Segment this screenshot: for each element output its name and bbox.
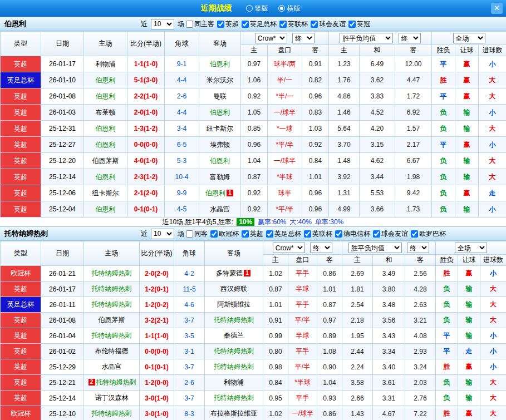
- filter-label: 欧冠杯: [219, 229, 239, 239]
- score: 5-1(3-0): [127, 72, 165, 88]
- filter-欧冠杯[interactable]: 欧冠杯: [210, 229, 239, 239]
- filter-英联杯[interactable]: 英联杯: [279, 19, 308, 29]
- league-badge: 英超: [1, 344, 41, 359]
- filter-checkbox[interactable]: [186, 230, 193, 238]
- radio-vertical[interactable]: 竖版: [246, 4, 268, 13]
- final-average-select[interactable]: 终: [399, 33, 421, 43]
- team-name[interactable]: 布莱顿: [96, 108, 116, 116]
- team-name[interactable]: 纽卡斯尔: [92, 189, 119, 197]
- filter-英足总杯[interactable]: 英足总杯: [266, 229, 301, 239]
- team-name[interactable]: 诺丁汉森林: [95, 394, 129, 402]
- radio-horizontal-circle[interactable]: [278, 5, 285, 12]
- team-name[interactable]: 米尔沃尔: [207, 76, 233, 84]
- filter-球会友谊[interactable]: 球会友谊: [311, 19, 346, 29]
- team-name[interactable]: 托特纳姆热刺: [214, 347, 254, 355]
- team-name[interactable]: 伯恩利: [210, 108, 230, 116]
- filter-欧罗巴杯[interactable]: 欧罗巴杯: [411, 229, 446, 239]
- team-name[interactable]: 桑德兰: [224, 332, 244, 339]
- filter-checkbox[interactable]: [348, 21, 356, 28]
- team-name[interactable]: 水晶宫: [210, 205, 230, 213]
- away-team-cell: 水晶宫: [199, 201, 241, 218]
- filter-同主客[interactable]: 同主客: [186, 19, 214, 29]
- filter-英冠[interactable]: 英冠: [348, 19, 370, 29]
- team-name[interactable]: 伯恩利: [96, 141, 116, 149]
- team-name[interactable]: 利物浦: [96, 60, 116, 68]
- average-select[interactable]: 胜平负均值: [348, 243, 402, 253]
- team-name[interactable]: 伯恩茅斯: [92, 157, 119, 165]
- result-handicap: 赢: [455, 137, 479, 153]
- filter-checkbox[interactable]: [266, 230, 273, 238]
- close-icon[interactable]: ✕: [491, 3, 503, 14]
- team-name[interactable]: 纽卡斯尔: [207, 125, 233, 132]
- score: 1-3(1-2): [127, 121, 165, 137]
- team-name[interactable]: 布伦特福德: [95, 347, 129, 355]
- filter-英足总杯[interactable]: 英足总杯: [242, 19, 277, 29]
- filter-checkbox[interactable]: [186, 21, 193, 28]
- filter-checkbox[interactable]: [242, 230, 249, 238]
- team-name[interactable]: 富勒姆: [210, 173, 230, 181]
- filter-checkbox[interactable]: [304, 230, 311, 238]
- team-name[interactable]: 多特蒙德: [216, 269, 243, 277]
- games-label: 场: [178, 19, 184, 29]
- filter-德电信杯[interactable]: 德电信杯: [335, 229, 370, 239]
- team-name[interactable]: 托特纳姆热刺: [92, 269, 132, 277]
- team-name[interactable]: 托特纳姆热刺: [92, 285, 132, 293]
- filter-英超[interactable]: 英超: [217, 19, 239, 29]
- burnley-results-table: 类型 日期 主场 比分(半场) 角球 客场 Crow* 终 胜平负均值 终 全场: [0, 31, 506, 218]
- corner-score: 8-3: [174, 406, 205, 420]
- team-name[interactable]: 伯恩利: [210, 157, 230, 165]
- filter-英联杯[interactable]: 英联杯: [304, 229, 332, 239]
- team-name[interactable]: 布拉格斯拉维亚: [210, 409, 257, 417]
- team-name[interactable]: 伯恩利: [205, 189, 225, 197]
- bookmaker-select[interactable]: Crow*: [273, 243, 305, 253]
- team-name[interactable]: 阿斯顿维拉: [217, 300, 250, 308]
- filter-checkbox[interactable]: [373, 230, 380, 238]
- team-name[interactable]: 伯恩利: [210, 60, 230, 68]
- away-odds: 0.93: [317, 391, 342, 406]
- avg-home-odds: 2.18: [342, 313, 373, 328]
- team-name[interactable]: 伯恩利: [96, 173, 116, 181]
- fulltime-select[interactable]: 全场: [453, 33, 485, 43]
- team-name[interactable]: 托特纳姆热刺: [92, 332, 132, 339]
- final-odds-select[interactable]: 终: [310, 243, 332, 253]
- match-row: 英超25-12-27伯恩利0-0(0-0)6-5埃弗顿0.96*平/半0.923…: [1, 137, 506, 153]
- filter-球会友谊[interactable]: 球会友谊: [373, 229, 408, 239]
- final-average-select[interactable]: 终: [407, 243, 429, 253]
- filter-checkbox[interactable]: [210, 230, 218, 238]
- team-name[interactable]: 埃弗顿: [210, 141, 230, 149]
- filter-同客[interactable]: 同客: [186, 229, 208, 239]
- bookmaker-select[interactable]: Crow*: [255, 33, 287, 43]
- filter-checkbox[interactable]: [279, 21, 287, 28]
- home-team-cell: 托特纳姆热刺: [84, 406, 140, 420]
- radio-vertical-circle[interactable]: [246, 5, 253, 12]
- filter-checkbox[interactable]: [411, 230, 418, 238]
- match-count-select[interactable]: 10: [151, 19, 174, 29]
- filter-checkbox[interactable]: [242, 21, 249, 28]
- filter-checkbox[interactable]: [217, 21, 224, 28]
- filter-checkbox[interactable]: [311, 21, 318, 28]
- team-name[interactable]: 利物浦: [224, 378, 244, 386]
- match-date: 25-12-20: [41, 153, 84, 169]
- team-name[interactable]: 曼联: [213, 92, 227, 100]
- average-select[interactable]: 胜平负均值: [340, 33, 393, 43]
- team-name[interactable]: 伯恩利: [96, 205, 116, 213]
- score: 3-0(1-0): [140, 406, 174, 420]
- team-name[interactable]: 托特纳姆热刺: [92, 300, 132, 308]
- team-name[interactable]: 水晶宫: [102, 363, 122, 370]
- team-name[interactable]: 托特纳姆热刺: [214, 316, 254, 324]
- filter-英超[interactable]: 英超: [242, 229, 263, 239]
- team-name[interactable]: 伯恩利: [96, 92, 116, 100]
- team-name[interactable]: 伯恩利: [96, 76, 116, 84]
- team-name[interactable]: 托特纳姆热刺: [92, 409, 132, 417]
- team-name[interactable]: 托特纳姆热刺: [96, 378, 136, 386]
- team-name[interactable]: 伯恩茅斯: [99, 316, 125, 324]
- final-odds-select[interactable]: 终: [292, 33, 315, 43]
- match-count-select[interactable]: 10: [151, 229, 174, 239]
- team-name[interactable]: 托特纳姆热刺: [214, 363, 254, 370]
- radio-horizontal[interactable]: 横版: [278, 4, 301, 13]
- team-name[interactable]: 西汉姆联: [220, 285, 247, 293]
- team-name[interactable]: 伯恩利: [96, 125, 116, 132]
- filter-checkbox[interactable]: [335, 230, 342, 238]
- team-name[interactable]: 托特纳姆热刺: [214, 394, 254, 402]
- fulltime-select[interactable]: 全场: [455, 243, 487, 253]
